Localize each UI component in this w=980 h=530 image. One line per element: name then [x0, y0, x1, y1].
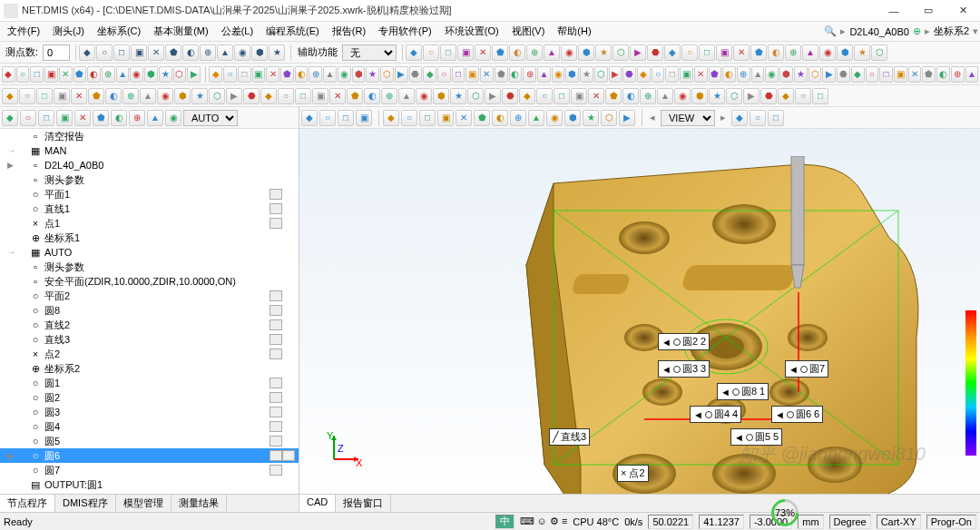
tree-row[interactable]: ○平面2: [0, 289, 299, 303]
toolbar-button[interactable]: □: [554, 88, 570, 104]
toolbar-button[interactable]: ○: [652, 66, 665, 83]
toolbar-button[interactable]: ○: [423, 44, 439, 61]
toolbar-button[interactable]: ✕: [908, 66, 922, 83]
menu-item[interactable]: 公差(L): [216, 23, 259, 40]
toolbar-button[interactable]: ⬟: [605, 88, 622, 104]
toolbar-button[interactable]: ⊕: [785, 44, 801, 61]
viewer-tab[interactable]: CAD: [299, 495, 336, 512]
toolbar-button[interactable]: ▲: [323, 66, 337, 83]
cad-canvas[interactable]: ◄圆2 2 ◄圆3 3 ◄圆7 ◄圆8 1 ◄圆4 4 ◄圆6 6 ◄圆5 5 …: [299, 129, 980, 494]
toolbar-button[interactable]: ✕: [475, 44, 491, 61]
toolbar-button[interactable]: ✕: [74, 110, 91, 126]
toolbar-button[interactable]: ◆: [664, 44, 681, 61]
label-l3[interactable]: ╱直线3: [549, 428, 590, 446]
toolbar-button[interactable]: ⬢: [144, 66, 158, 83]
toolbar-button[interactable]: ⬣: [622, 66, 636, 83]
toolbar-button[interactable]: □: [699, 44, 715, 61]
toolbar-button[interactable]: ⊕: [102, 66, 115, 83]
toolbar-button[interactable]: ◆: [79, 44, 95, 61]
toolbar-button[interactable]: ✕: [71, 88, 87, 104]
toolbar-button[interactable]: ⬣: [760, 88, 777, 104]
toolbar-button[interactable]: ○: [20, 110, 36, 126]
toolbar-button[interactable]: ⊕: [200, 44, 216, 61]
toolbar-button[interactable]: ✕: [733, 44, 750, 61]
toolbar-button[interactable]: ⬢: [433, 88, 449, 104]
toolbar-button[interactable]: ⬡: [808, 66, 822, 83]
status-prog[interactable]: Progr-On: [926, 515, 976, 529]
tree-row[interactable]: ○圆5: [0, 434, 299, 448]
toolbar-button[interactable]: ○: [866, 66, 879, 83]
toolbar-button[interactable]: ⬟: [93, 110, 109, 126]
close-button[interactable]: ✕: [949, 2, 976, 20]
menu-item[interactable]: 测头(J): [47, 23, 90, 40]
toolbar-button[interactable]: ⬟: [88, 88, 104, 104]
toolbar-button[interactable]: ⬡: [380, 66, 394, 83]
tree-row[interactable]: ○圆4: [0, 419, 299, 434]
toolbar-button[interactable]: ▣: [716, 44, 732, 61]
toolbar-button[interactable]: ○: [223, 66, 237, 83]
toolbar-button[interactable]: ◐: [111, 110, 127, 126]
toolbar-button[interactable]: ○: [750, 110, 766, 126]
toolbar-button[interactable]: ⬢: [565, 66, 579, 83]
toolbar-button[interactable]: ✕: [329, 88, 346, 104]
toolbar-button[interactable]: ○: [401, 110, 417, 126]
toolbar-button[interactable]: ◉: [765, 66, 779, 83]
toolbar-button[interactable]: ★: [450, 88, 466, 104]
toolbar-button[interactable]: ⊕: [122, 88, 139, 104]
toolbar-button[interactable]: ✕: [59, 66, 73, 83]
toolbar-button[interactable]: □: [36, 88, 53, 104]
tree-row[interactable]: ▫测头参数: [0, 260, 299, 274]
label-c7[interactable]: ◄圆7: [785, 360, 828, 378]
ime-indicator[interactable]: 中: [495, 515, 514, 529]
toolbar-button[interactable]: ▲: [751, 66, 765, 83]
toolbar-button[interactable]: ⬟: [922, 66, 936, 83]
toolbar-button[interactable]: ◆: [778, 88, 794, 104]
minimize-button[interactable]: —: [880, 2, 907, 20]
toolbar-button[interactable]: ⬡: [871, 44, 887, 61]
status-cart[interactable]: Cart-XY: [877, 515, 921, 529]
toolbar-button[interactable]: ◉: [338, 66, 351, 83]
toolbar-button[interactable]: ◐: [936, 66, 950, 83]
toolbar-button[interactable]: ▶: [630, 44, 646, 61]
toolbar-button[interactable]: ⊕: [129, 110, 145, 126]
toolbar-button[interactable]: ▶: [619, 110, 635, 126]
toolbar-button[interactable]: ✕: [588, 88, 604, 104]
toolbar-button[interactable]: ⬢: [564, 110, 581, 126]
tree-row[interactable]: ▤OUTPUT:圆1: [0, 477, 299, 492]
tree-row[interactable]: ▶▫D2L40_A0B0: [0, 158, 299, 172]
menu-item[interactable]: 文件(F): [2, 23, 45, 40]
toolbar-button[interactable]: □: [419, 110, 436, 126]
toolbar-button[interactable]: ◆: [731, 110, 748, 126]
label-c3[interactable]: ◄圆3 3: [658, 360, 710, 378]
toolbar-button[interactable]: ◆: [406, 44, 422, 61]
menu-item[interactable]: 基本测量(M): [148, 23, 214, 40]
toolbar-button[interactable]: ◆: [2, 88, 18, 104]
toolbar-button[interactable]: ⊕: [640, 88, 656, 104]
toolbar-button[interactable]: ◆: [209, 66, 222, 83]
menu-item[interactable]: 专用软件(P): [373, 23, 437, 40]
toolbar-button[interactable]: □: [452, 66, 466, 83]
menu-item[interactable]: 环境设置(O): [439, 23, 505, 40]
toolbar-button[interactable]: ✕: [694, 66, 708, 83]
maximize-button[interactable]: ▭: [915, 2, 942, 20]
coord-name[interactable]: 坐标系2: [934, 25, 969, 38]
toolbar-button[interactable]: ⬡: [467, 88, 484, 104]
label-c8[interactable]: ◄圆8 1: [717, 383, 769, 400]
toolbar-button[interactable]: ▲: [657, 88, 673, 104]
toolbar-button[interactable]: ⊕: [526, 44, 543, 61]
toolbar-button[interactable]: ⬡: [594, 66, 608, 83]
toolbar-button[interactable]: □: [879, 66, 893, 83]
tree-row[interactable]: ×点1: [0, 216, 299, 231]
tree-row[interactable]: ○圆2: [0, 390, 299, 405]
toolbar-button[interactable]: ◉: [552, 66, 565, 83]
toolbar-button[interactable]: ⊕: [510, 110, 526, 126]
toolbar-button[interactable]: ⬣: [409, 66, 423, 83]
toolbar-button[interactable]: ▲: [537, 66, 551, 83]
toolbar-button[interactable]: ▣: [252, 66, 266, 83]
label-c2[interactable]: ◄圆2 2: [658, 333, 710, 350]
toolbar-button[interactable]: ◐: [509, 44, 525, 61]
toolbar-button[interactable]: ▶: [395, 66, 408, 83]
toolbar-button[interactable]: ◆: [851, 66, 865, 83]
toolbar-button[interactable]: ▶: [226, 88, 242, 104]
toolbar-button[interactable]: ◉: [819, 44, 836, 61]
